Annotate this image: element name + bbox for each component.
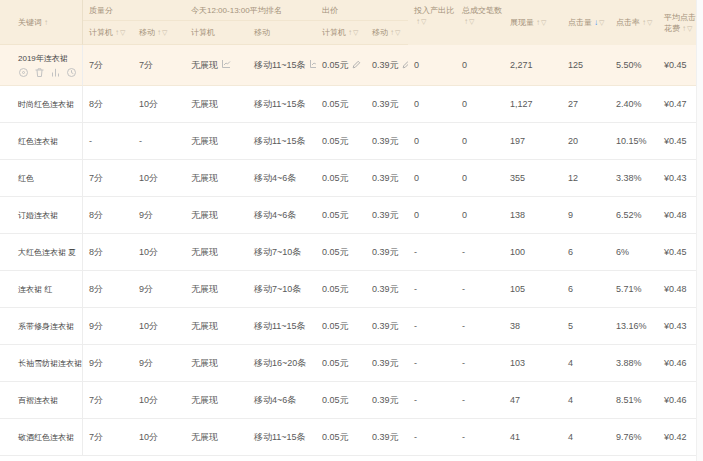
bar-chart-icon[interactable] (50, 67, 61, 78)
col-header-impressions[interactable]: 展现量↑▽ (504, 0, 562, 45)
sort-up-icon[interactable]: ↑ (682, 24, 686, 33)
bid-pc-cell: 0.05元 (316, 345, 366, 382)
ctr-cell: 2.40% (610, 86, 658, 123)
col-header-ctr[interactable]: 点击率↑▽ (610, 0, 658, 45)
ctr-cell: 3.38% (610, 160, 658, 197)
filter-icon[interactable]: ▽ (541, 19, 546, 26)
rank-mobile-cell: 移动16~20条 (248, 345, 316, 382)
deals-cell: - (456, 382, 504, 419)
rank-mobile-cell: 移动11~15条 (248, 419, 316, 456)
history-clock-icon[interactable] (66, 67, 77, 78)
deals-cell: - (456, 271, 504, 308)
quality-mobile-cell: 7分 (133, 45, 185, 86)
subcol-bid-mobile[interactable]: 移动↑▽ (366, 21, 408, 45)
table-row[interactable]: 系带修身连衣裙 9分 10分 无展现 移动11~15条 0.05元 0.39元 … (0, 308, 697, 345)
rank-trend-icon[interactable] (221, 59, 231, 69)
sort-up-icon[interactable]: ↑ (115, 28, 119, 37)
deals-cell: 0 (456, 123, 504, 160)
table-row[interactable]: 时尚红色连衣裙 8分 10分 无展现 移动11~15条 0.05元 0.39元 … (0, 86, 697, 123)
deals-cell: 0 (456, 45, 504, 86)
table-row[interactable]: 订婚连衣裙 8分 9分 无展现 移动4~6条 0.05元 0.39元 0 0 1… (0, 197, 697, 234)
avg-cost-cell: ¥0.45 (658, 234, 697, 271)
sort-up-icon[interactable]: ↑ (536, 18, 540, 27)
table-row[interactable]: 2019年连衣裙 7分 7分 无展现 移动11~15条 (0, 45, 697, 86)
col-header-roi[interactable]: 投入产出比↑▽ (408, 0, 456, 45)
sort-up-icon[interactable]: ↑ (348, 28, 352, 37)
sort-up-icon[interactable]: ↑ (157, 28, 161, 37)
filter-icon[interactable]: ▽ (647, 19, 652, 26)
rank-trend-icon[interactable] (309, 59, 316, 69)
subcol-bid-pc[interactable]: 计算机↑▽ (316, 21, 366, 45)
filter-icon[interactable]: ▽ (395, 29, 400, 36)
table-row[interactable]: 大红色连衣裙 夏 8分 10分 无展现 移动7~10条 0.05元 0.39元 … (0, 234, 697, 271)
rank-mobile-cell: 移动7~10条 (248, 271, 316, 308)
sort-up-icon[interactable]: ↑ (642, 18, 646, 27)
filter-icon[interactable]: ▽ (599, 19, 604, 26)
avg-cost-cell: ¥0.48 (658, 197, 697, 234)
quality-pc-cell: 8分 (83, 86, 133, 123)
edit-bid-icon[interactable] (352, 60, 361, 69)
clicks-cell: 4 (562, 345, 610, 382)
sort-up-icon[interactable]: ↑ (44, 18, 48, 27)
sort-up-icon[interactable]: ↑ (464, 17, 468, 26)
ctr-cell: 9.76% (610, 419, 658, 456)
subcol-quality-pc[interactable]: 计算机↑▽ (83, 21, 133, 45)
avg-cost-cell: ¥0.48 (658, 271, 697, 308)
bid-pc-cell: 0.05元 (316, 197, 366, 234)
sort-down-active-icon[interactable]: ↓ (594, 18, 598, 27)
filter-icon[interactable]: ▽ (421, 18, 426, 25)
keyword-cell: 百褶连衣裙 (0, 382, 83, 419)
table-row[interactable]: 敬酒红色连衣裙 7分 10分 无展现 移动11~15条 0.05元 0.39元 … (0, 419, 697, 456)
avg-cost-cell: ¥0.45 (658, 45, 697, 86)
rank-pc-cell: 无展现 (185, 308, 248, 345)
table-row[interactable]: 红色连衣裙 - - 无展现 移动11~15条 0.05元 0.39元 0 0 1… (0, 123, 697, 160)
clicks-cell: 125 (562, 45, 610, 86)
table-row[interactable]: 长袖雪纺裙连衣裙 9分 9分 无展现 移动16~20条 0.05元 0.39元 … (0, 345, 697, 382)
sort-up-icon[interactable]: ↑ (390, 28, 394, 37)
col-header-clicks[interactable]: 点击量↓▽ (562, 0, 610, 45)
table-row[interactable]: 连衣裙 红 8分 9分 无展现 移动7~10条 0.05元 0.39元 - - … (0, 271, 697, 308)
table-row[interactable]: 红色 7分 10分 无展现 移动4~6条 0.05元 0.39元 0 0 355… (0, 160, 697, 197)
ctr-cell: 8.51% (610, 382, 658, 419)
trash-icon[interactable] (34, 67, 45, 78)
clicks-cell: 5 (562, 308, 610, 345)
bid-mobile-cell: 0.39元 (366, 234, 408, 271)
deals-cell: - (456, 345, 504, 382)
edit-bid-icon[interactable] (402, 60, 408, 69)
impressions-cell: 47 (504, 382, 562, 419)
quality-pc-cell: 8分 (83, 271, 133, 308)
quality-pc-cell: 9分 (83, 345, 133, 382)
keyword-text: 系带修身连衣裙 (18, 321, 81, 332)
quality-mobile-cell: 10分 (133, 86, 185, 123)
subcol-quality-mobile[interactable]: 移动↑▽ (133, 21, 185, 45)
keyword-cell: 红色连衣裙 (0, 123, 83, 160)
filter-icon[interactable]: ▽ (353, 29, 358, 36)
rank-pc-cell: 无展现 (185, 123, 248, 160)
col-header-deals[interactable]: 总成交笔数↑▽ (456, 0, 504, 45)
target-icon[interactable] (18, 67, 29, 78)
sort-up-icon[interactable]: ↑ (416, 17, 420, 26)
group-header-quality: 质量分 (83, 0, 185, 21)
deals-cell: 0 (456, 160, 504, 197)
quality-mobile-cell: 9分 (133, 197, 185, 234)
rank-pc-cell: 无展现 (185, 234, 248, 271)
keyword-cell: 2019年连衣裙 (0, 45, 83, 86)
filter-icon[interactable]: ▽ (162, 29, 167, 36)
scrollbar[interactable] (696, 0, 703, 461)
avg-cost-cell: ¥0.42 (658, 419, 697, 456)
impressions-cell: 103 (504, 345, 562, 382)
filter-icon[interactable]: ▽ (120, 29, 125, 36)
ctr-cell: 5.71% (610, 271, 658, 308)
quality-mobile-cell: - (133, 123, 185, 160)
rank-mobile-cell: 移动11~15条 (248, 45, 316, 86)
bid-pc-cell: 0.05元 (316, 382, 366, 419)
filter-icon[interactable]: ▽ (687, 25, 692, 32)
table-row[interactable]: 百褶连衣裙 7分 10分 无展现 移动4~6条 0.05元 0.39元 - - … (0, 382, 697, 419)
table-header: 关键词↑ 质量分 今天12:00-13:00平均排名 出价 投入产出比↑▽ 总成… (0, 0, 697, 45)
col-header-keyword[interactable]: 关键词↑ (0, 0, 83, 45)
roi-cell: - (408, 382, 456, 419)
filter-icon[interactable]: ▽ (469, 18, 474, 25)
keyword-cell: 红色 (0, 160, 83, 197)
impressions-cell: 197 (504, 123, 562, 160)
col-header-avg-cost[interactable]: 平均点击花费↑▽ (658, 0, 697, 45)
